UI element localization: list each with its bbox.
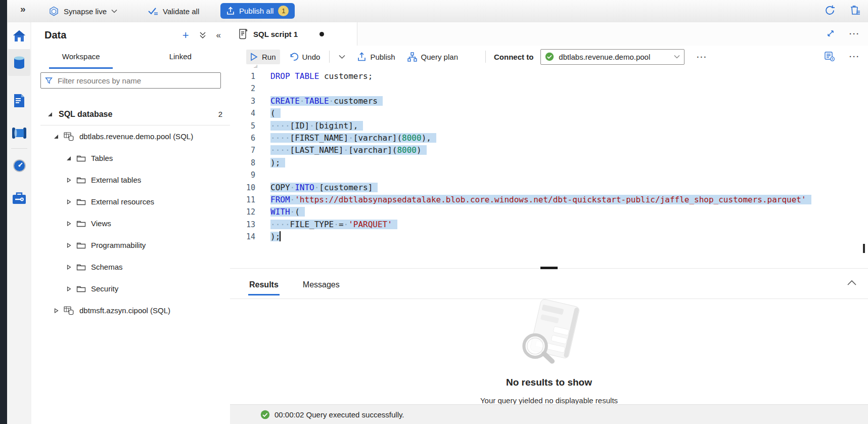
data-explorer-panel: Data + « Workspace Linked SQL database xyxy=(31,22,231,424)
undo-split-chevron[interactable] xyxy=(335,52,349,62)
caret-collapsed-icon xyxy=(66,286,71,291)
publish-button[interactable]: Publish xyxy=(353,49,399,64)
pool-select-dropdown[interactable]: dbtlabs.revenue.demo.pool xyxy=(540,49,684,65)
results-tabbar: Results Messages xyxy=(230,271,868,299)
session-settings-icon[interactable] xyxy=(824,51,835,62)
code-line-13[interactable]: 13····FILE_TYPE·=·'PARQUET' xyxy=(230,219,868,231)
unsaved-indicator xyxy=(319,32,324,36)
drag-handle[interactable] xyxy=(540,267,558,269)
code-line-1[interactable]: 1DROP TABLE customers; xyxy=(230,70,868,82)
run-label: Run xyxy=(262,53,276,61)
chevron-down-icon xyxy=(339,55,345,59)
tree-item-label: Views xyxy=(91,219,111,228)
tree-item-security[interactable]: Security xyxy=(31,278,230,300)
nav-integrate-button[interactable] xyxy=(8,119,30,146)
tree-item-views[interactable]: Views xyxy=(31,213,230,234)
folder-icon xyxy=(76,176,86,184)
code-line-12[interactable]: 12WITH·( xyxy=(230,206,868,218)
query-plan-button[interactable]: Query plan xyxy=(403,49,462,65)
tree-item-dbtlabs-revenue-demo-pool-sql[interactable]: dbtlabs.revenue.demo.pool (SQL) xyxy=(31,125,230,147)
connected-status-icon xyxy=(545,52,554,61)
selection-highlight: ····[ID]·[bigint], xyxy=(270,121,363,131)
selection-highlight: ); xyxy=(270,232,280,241)
data-icon xyxy=(13,56,26,70)
publish-all-button[interactable]: Publish all 1 xyxy=(220,3,295,19)
tab-more-actions-button[interactable]: ··· xyxy=(849,29,860,38)
tree-item-dbtmsft-azsyn-cipool-sql[interactable]: dbtmsft.azsyn.cipool (SQL) xyxy=(31,300,230,321)
expand-menu-button[interactable]: » xyxy=(20,4,26,15)
caret-collapsed-icon xyxy=(66,199,71,204)
tree-item-label: External tables xyxy=(91,176,141,184)
code-line-9[interactable]: 9 xyxy=(230,169,868,181)
code-line-11[interactable]: 11FROM·'https://dbtlabsynapsedatalake.bl… xyxy=(230,194,868,206)
tree-item-schemas[interactable]: Schemas xyxy=(31,256,230,278)
query-plan-icon xyxy=(407,52,417,62)
tree-item-external-tables[interactable]: External tables xyxy=(31,169,230,191)
sidebar-tabs: Workspace Linked xyxy=(31,50,230,67)
line-number: 6 xyxy=(230,132,255,144)
sql-code-editor[interactable]: 1DROP TABLE customers;23CREATE·TABLE·cus… xyxy=(230,68,868,268)
discard-trash-icon[interactable] xyxy=(849,4,861,16)
synapse-hexagon-icon xyxy=(49,6,59,17)
code-line-2[interactable]: 2 xyxy=(230,82,868,95)
results-empty-state: No results to show Your query yielded no… xyxy=(230,299,868,405)
validate-all-button[interactable]: Validate all xyxy=(148,4,199,19)
code-line-4[interactable]: 4( xyxy=(230,107,868,119)
folder-icon xyxy=(76,285,86,293)
rail-divider xyxy=(11,148,27,149)
code-line-3[interactable]: 3CREATE·TABLE·customers xyxy=(230,95,868,107)
nav-monitor-button[interactable] xyxy=(8,152,30,179)
tree-root-sql-database[interactable]: SQL database 2 xyxy=(31,103,230,125)
nav-data-button[interactable] xyxy=(8,49,30,76)
expand-editor-icon[interactable] xyxy=(826,29,835,38)
code-line-5[interactable]: 5····[ID]·[bigint], xyxy=(230,120,868,132)
tab-messages[interactable]: Messages xyxy=(302,277,341,292)
nav-home-button[interactable] xyxy=(8,22,30,49)
sql-pool-icon xyxy=(64,132,74,141)
undo-button[interactable]: Undo xyxy=(285,50,325,64)
selection-highlight: ····FILE_TYPE·=·'PARQUET' xyxy=(270,220,397,229)
code-line-10[interactable]: 10COPY·INTO·[customers] xyxy=(230,182,868,194)
tab-sql-script-1[interactable]: SQL script 1 xyxy=(230,22,357,46)
refresh-icon[interactable] xyxy=(824,5,836,16)
tree-item-external-resources[interactable]: External resources xyxy=(31,191,230,213)
collapse-panel-button[interactable]: « xyxy=(216,30,221,40)
add-resource-button[interactable]: + xyxy=(182,31,189,40)
tree-item-label: dbtmsft.azsyn.cipool (SQL) xyxy=(79,306,170,315)
tree-item-programmability[interactable]: Programmability xyxy=(31,234,230,256)
manage-toolbox-icon xyxy=(12,192,26,204)
run-button[interactable]: Run ☝ xyxy=(246,50,280,64)
line-number: 1 xyxy=(230,70,255,82)
code-line-6[interactable]: 6····[FIRST_NAME]·[varchar](8000), xyxy=(230,132,868,144)
editor-toolbar: Run ☝ Undo Publish xyxy=(230,46,868,68)
code-line-7[interactable]: 7····[LAST_NAME]·[varchar](8000) xyxy=(230,144,868,156)
tab-results[interactable]: Results xyxy=(248,277,280,292)
selection-highlight: COPY·INTO·[customers] xyxy=(270,183,378,192)
tab-workspace[interactable]: Workspace xyxy=(31,50,131,67)
line-number: 7 xyxy=(230,144,255,156)
collapse-all-icon[interactable] xyxy=(199,31,206,39)
chevron-down-icon xyxy=(111,9,117,13)
tree-item-label: dbtlabs.revenue.demo.pool (SQL) xyxy=(79,132,193,141)
undo-label: Undo xyxy=(302,53,321,61)
publish-label: Publish xyxy=(370,53,395,61)
toolbar-divider xyxy=(329,51,330,63)
folder-icon xyxy=(76,263,86,271)
editor-more-button[interactable]: ··· xyxy=(849,52,860,61)
code-line-8[interactable]: 8); xyxy=(230,157,868,169)
tab-linked[interactable]: Linked xyxy=(131,50,231,67)
tree-root-label: SQL database xyxy=(59,110,112,119)
collapse-results-icon[interactable] xyxy=(847,279,857,286)
nav-develop-button[interactable] xyxy=(8,87,30,114)
filter-resources-input[interactable] xyxy=(57,76,216,86)
develop-icon xyxy=(13,94,26,108)
nav-manage-button[interactable] xyxy=(8,185,30,211)
environment-selector[interactable]: Synapse live xyxy=(49,4,117,19)
caret-expanded-icon xyxy=(48,112,53,117)
tree-item-tables[interactable]: Tables xyxy=(31,147,230,169)
code-line-14[interactable]: 14); xyxy=(230,231,868,243)
filter-funnel-icon xyxy=(45,77,53,84)
integrate-icon xyxy=(12,127,27,139)
top-command-bar: » Synapse live Validate all Publish xyxy=(7,0,868,23)
toolbar-more-button[interactable]: ··· xyxy=(697,53,707,61)
